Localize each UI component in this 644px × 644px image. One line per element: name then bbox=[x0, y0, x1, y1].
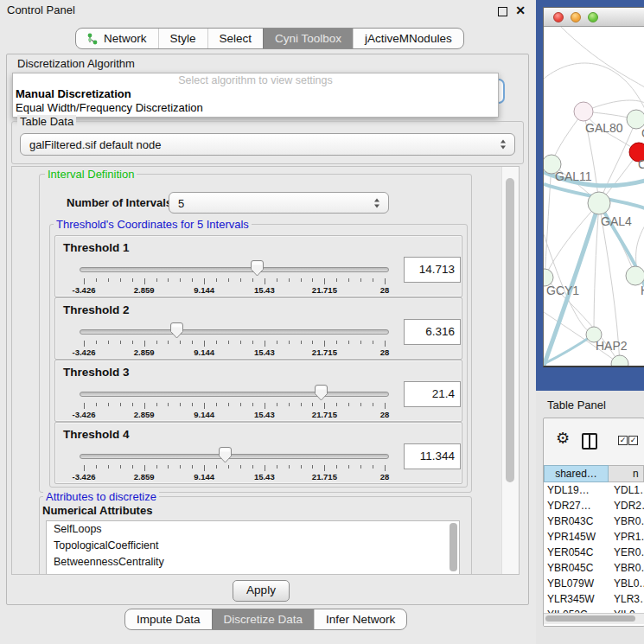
threshold-slider[interactable]: -3.4262.8599.14415.4321.71528 bbox=[80, 259, 389, 296]
slider-handle[interactable] bbox=[170, 322, 183, 339]
slider-tick bbox=[373, 403, 373, 406]
number-of-intervals-combobox[interactable]: 5 bbox=[169, 192, 389, 214]
slider-track[interactable] bbox=[80, 454, 389, 459]
slider-tick bbox=[216, 403, 217, 406]
slider-track[interactable] bbox=[80, 329, 389, 335]
tab-select[interactable]: Select bbox=[207, 29, 264, 48]
slider-handle[interactable] bbox=[315, 385, 328, 401]
numerical-attributes-list[interactable]: SelfLoopsTopologicalCoefficientBetweenne… bbox=[46, 520, 460, 575]
node-gal4[interactable] bbox=[588, 192, 610, 214]
threshold-title: Threshold 4 bbox=[63, 428, 130, 441]
tab-cyni-toolbox[interactable]: Cyni Toolbox bbox=[263, 29, 353, 48]
slider-track[interactable] bbox=[80, 267, 389, 272]
tab-label: jActiveMNodules bbox=[365, 29, 452, 48]
slider-handle[interactable] bbox=[251, 260, 264, 277]
split-columns-icon[interactable] bbox=[582, 433, 597, 450]
cell-shared-name[interactable]: YDR27… bbox=[544, 498, 609, 513]
bottom-tab-infer-network[interactable]: Infer Network bbox=[314, 609, 406, 629]
slider-track[interactable] bbox=[80, 392, 389, 397]
slider-tick bbox=[96, 403, 97, 406]
scrollbar-thumb[interactable] bbox=[506, 178, 514, 482]
table-row[interactable]: YBR045CYBR0… bbox=[544, 560, 644, 576]
threshold-value-field[interactable]: 21.4 bbox=[404, 381, 461, 407]
cell-shared-name[interactable]: YBR045C bbox=[544, 560, 609, 576]
checkbox-icon[interactable]: ✓ bbox=[628, 436, 638, 445]
slider-tick bbox=[180, 403, 181, 406]
column-header-name[interactable]: n bbox=[609, 465, 644, 482]
network-edge[interactable] bbox=[545, 164, 552, 277]
mac-minimize-icon[interactable] bbox=[571, 12, 581, 22]
mac-close-icon[interactable] bbox=[553, 12, 564, 22]
network-edge[interactable] bbox=[545, 203, 599, 277]
cell-name[interactable]: YBR0… bbox=[609, 560, 644, 576]
node-table: ⚙ ✓ ✓ shared… n YDL19…YDL1…YDR27…YDR2…YB… bbox=[543, 418, 644, 627]
table-row[interactable]: YLR345WYLR3… bbox=[544, 591, 644, 607]
cell-shared-name[interactable]: YER054C bbox=[544, 545, 609, 560]
cell-shared-name[interactable]: YBR043C bbox=[544, 513, 609, 529]
attributes-list-scrollbar[interactable] bbox=[450, 523, 457, 571]
table-row[interactable]: YDR27…YDR2… bbox=[544, 498, 644, 513]
slider-tick bbox=[360, 465, 361, 469]
slider-tick bbox=[120, 341, 121, 344]
slider-tick bbox=[144, 465, 145, 471]
network-edge[interactable] bbox=[544, 63, 644, 109]
cell-name[interactable]: YDR2… bbox=[609, 498, 644, 513]
table-row[interactable]: YER054CYER0… bbox=[544, 545, 644, 560]
gear-icon[interactable]: ⚙ bbox=[556, 429, 570, 448]
cell-shared-name[interactable]: YBL079W bbox=[544, 576, 609, 591]
slider-tick-label: 9.144 bbox=[194, 472, 214, 481]
attribute-list-item[interactable]: BetweennessCentrality bbox=[47, 554, 459, 571]
slider-tick bbox=[84, 278, 85, 284]
threshold-value-field[interactable]: 11.344 bbox=[404, 443, 461, 469]
slider-handle[interactable] bbox=[219, 447, 232, 463]
cell-shared-name[interactable]: YDL19… bbox=[544, 482, 609, 498]
bottom-tab-discretize-data[interactable]: Discretize Data bbox=[212, 609, 315, 629]
close-icon[interactable]: ✕ bbox=[515, 3, 526, 18]
node-bottom[interactable] bbox=[611, 355, 628, 366]
tab-jactivemnodules[interactable]: jActiveMNodules bbox=[353, 29, 463, 48]
algorithm-option-manual[interactable]: Manual Discretization bbox=[16, 87, 131, 100]
cell-shared-name[interactable]: YPR145W bbox=[544, 529, 609, 545]
table-row[interactable]: YPR145WYPR1… bbox=[544, 529, 644, 545]
slider-tick-label: 21.715 bbox=[312, 472, 337, 481]
node-gal80[interactable] bbox=[574, 102, 593, 121]
apply-button[interactable]: Apply bbox=[233, 580, 290, 602]
checkbox-icon[interactable]: ✓ bbox=[618, 436, 628, 445]
algorithm-option-equal-width[interactable]: Equal Width/Frequency Discretization bbox=[16, 101, 203, 114]
threshold-slider[interactable]: -3.4262.8599.14415.4321.71528 bbox=[80, 384, 389, 420]
node-right-mid[interactable] bbox=[626, 266, 644, 285]
tab-label: Network bbox=[104, 29, 147, 48]
cell-name[interactable]: YDL1… bbox=[609, 482, 644, 498]
threshold-slider[interactable]: -3.4262.8599.14415.4321.71528 bbox=[80, 322, 389, 358]
cell-name[interactable]: YPR1… bbox=[609, 529, 644, 545]
tab-style[interactable]: Style bbox=[158, 29, 207, 48]
bottom-tab-impute-data[interactable]: Impute Data bbox=[125, 609, 212, 629]
tab-network[interactable]: Network bbox=[76, 29, 158, 48]
cell-name[interactable]: YLR3… bbox=[609, 591, 644, 607]
threshold-slider[interactable]: -3.4262.8599.14415.4321.71528 bbox=[80, 446, 389, 482]
column-header-shared[interactable]: shared… bbox=[544, 465, 609, 482]
table-panel: Table Panel ⚙ ✓ ✓ shared… n YDL19…YDL1…Y… bbox=[536, 391, 644, 644]
network-canvas[interactable]: GAL80GCGAL11GAL4GCY1HHAP2 bbox=[544, 27, 644, 366]
table-row[interactable]: YBR043CYBR0… bbox=[544, 513, 644, 529]
cell-name[interactable]: YBR0… bbox=[609, 513, 644, 529]
network-edge[interactable] bbox=[561, 27, 644, 87]
table-horizontal-scrollbar[interactable] bbox=[544, 613, 644, 624]
float-window-icon[interactable] bbox=[498, 7, 507, 16]
cell-shared-name[interactable]: YLR345W bbox=[544, 591, 609, 607]
scrollbar-thumb[interactable] bbox=[545, 615, 635, 622]
cell-name[interactable]: YER0… bbox=[609, 545, 644, 560]
threshold-value-field[interactable]: 6.316 bbox=[404, 319, 461, 345]
threshold-value-field[interactable]: 14.713 bbox=[404, 257, 461, 283]
slider-tick bbox=[228, 278, 229, 282]
table-row[interactable]: YBL079WYBL0… bbox=[544, 576, 644, 591]
table-row[interactable]: YDL19…YDL1… bbox=[544, 482, 644, 498]
thresholds-group-label: Threshold's Coordinates for 5 Intervals bbox=[54, 218, 252, 231]
attribute-list-item[interactable]: TopologicalCoefficient bbox=[47, 538, 459, 554]
slider-tick-label: 2.859 bbox=[134, 410, 155, 419]
cell-name[interactable]: YBL0… bbox=[609, 576, 644, 591]
table-data-combobox[interactable]: galFiltered.sif default node bbox=[20, 133, 515, 156]
attribute-list-item[interactable]: SelfLoops bbox=[47, 521, 459, 538]
settings-vertical-scrollbar[interactable] bbox=[501, 167, 519, 574]
mac-zoom-icon[interactable] bbox=[588, 12, 598, 22]
